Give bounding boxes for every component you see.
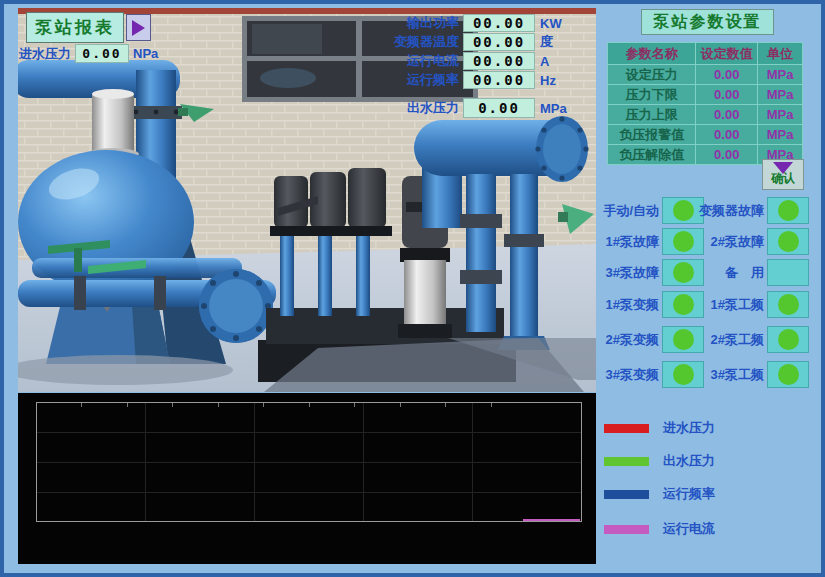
param-unit: MPa [758, 125, 803, 145]
inlet-pressure-unit: NPa [133, 46, 158, 61]
reading-label: 输出功率 [349, 14, 459, 32]
led-icon [778, 231, 799, 252]
indicator-pump3-mains: 3#泵工频 [690, 361, 809, 388]
outlet-pressure-unit: MPa [540, 101, 567, 116]
reading-unit: KW [540, 16, 562, 31]
indicator-label: 3#泵工频 [690, 366, 764, 384]
reading-label: 运行频率 [349, 71, 459, 89]
settings-row: 压力上限 0.00 MPa [608, 105, 803, 125]
reading-unit: A [540, 54, 549, 69]
indicator-label: 2#泵变频 [599, 331, 659, 349]
legend-color-bar [604, 490, 649, 499]
reading-unit: 度 [540, 33, 553, 51]
led-icon [778, 200, 799, 221]
col-unit: 单位 [758, 43, 803, 65]
hmi-root: 泵站报表 进水压力 0.00 NPa 输出功率 00.00 KW 变频器温度 0… [0, 0, 825, 577]
indicator-pump2-vfd: 2#泵变频 [599, 326, 704, 353]
indicator-label: 1#泵工频 [690, 296, 764, 314]
indicator-spare: 备 用 [690, 259, 809, 286]
reading-value: 00.00 [463, 33, 535, 51]
indicator-pump1-vfd: 1#泵变频 [599, 291, 704, 318]
settings-row: 压力下限 0.00 MPa [608, 85, 803, 105]
param-name: 压力下限 [608, 85, 696, 105]
col-set-value: 设定数值 [696, 43, 758, 65]
param-name: 负压报警值 [608, 125, 696, 145]
indicator-pump1-mains: 1#泵工频 [690, 291, 809, 318]
indicator-label: 3#泵故障 [599, 264, 659, 282]
report-nav-button[interactable] [126, 14, 151, 41]
indicator-ledbox [767, 197, 809, 224]
inlet-pressure-value: 0.00 [75, 44, 129, 63]
legend-run-current: 运行电流 [604, 520, 715, 538]
indicator-label: 1#泵变频 [599, 296, 659, 314]
led-icon [778, 364, 799, 385]
indicator-ledbox [767, 259, 809, 286]
reading-value: 00.00 [463, 52, 535, 70]
indicator-pump3-fault: 3#泵故障 [599, 259, 704, 286]
indicator-ledbox [767, 291, 809, 318]
outlet-pressure-value: 0.00 [463, 98, 535, 118]
indicator-pump2-mains: 2#泵工频 [690, 326, 809, 353]
confirm-button-label: 确认 [771, 170, 795, 187]
param-unit: MPa [758, 85, 803, 105]
indicator-label: 2#泵故障 [690, 233, 764, 251]
indicator-vfd-fault: 变频器故障 [690, 197, 809, 224]
legend-outlet-pressure: 出水压力 [604, 452, 715, 470]
reading-unit: Hz [540, 73, 556, 88]
reading-value: 00.00 [463, 71, 535, 89]
report-button-group: 泵站报表 [26, 12, 151, 43]
settings-header-row: 参数名称 设定数值 单位 [608, 43, 803, 65]
settings-row: 设定压力 0.00 MPa [608, 65, 803, 85]
param-unit: MPa [758, 105, 803, 125]
indicator-label: 备 用 [690, 264, 764, 282]
indicator-pump3-vfd: 3#泵变频 [599, 361, 704, 388]
indicator-label: 2#泵工频 [690, 331, 764, 349]
settings-row: 负压报警值 0.00 MPa [608, 125, 803, 145]
settings-table: 参数名称 设定数值 单位 设定压力 0.00 MPa 压力下限 0.00 MPa… [607, 42, 803, 165]
param-name: 压力上限 [608, 105, 696, 125]
legend-label: 运行电流 [663, 520, 715, 538]
confirm-button[interactable]: 确认 [762, 159, 804, 190]
legend-label: 进水压力 [663, 419, 715, 437]
indicator-ledbox [767, 361, 809, 388]
legend-color-bar [604, 457, 649, 466]
settings-panel-title: 泵站参数设置 [641, 9, 774, 35]
trend-plot-area [36, 402, 582, 522]
current-trace-line [523, 519, 580, 521]
param-value-input[interactable]: 0.00 [696, 125, 758, 145]
indicator-pump2-fault: 2#泵故障 [690, 228, 809, 255]
indicator-label: 3#泵变频 [599, 366, 659, 384]
legend-inlet-pressure: 进水压力 [604, 419, 715, 437]
report-button[interactable]: 泵站报表 [26, 12, 124, 43]
reading-row: 变频器温度 00.00 度 [349, 33, 553, 51]
indicator-label: 手动/自动 [599, 202, 659, 220]
legend-color-bar [604, 525, 649, 534]
param-value-input[interactable]: 0.00 [696, 105, 758, 125]
reading-row: 运行电流 00.00 A [349, 52, 549, 70]
outlet-pressure-label: 出水压力 [349, 99, 459, 117]
play-arrow-icon [132, 20, 145, 36]
param-value-input[interactable]: 0.00 [696, 145, 758, 165]
param-unit: MPa [758, 65, 803, 85]
legend-label: 出水压力 [663, 452, 715, 470]
led-icon [778, 329, 799, 350]
param-name: 负压解除值 [608, 145, 696, 165]
col-param-name: 参数名称 [608, 43, 696, 65]
indicator-label: 变频器故障 [690, 202, 764, 220]
indicator-label: 1#泵故障 [599, 233, 659, 251]
param-name: 设定压力 [608, 65, 696, 85]
legend-label: 运行频率 [663, 485, 715, 503]
led-icon [778, 294, 799, 315]
indicator-ledbox [767, 326, 809, 353]
param-value-input[interactable]: 0.00 [696, 85, 758, 105]
indicator-ledbox [767, 228, 809, 255]
reading-label: 运行电流 [349, 52, 459, 70]
trend-chart [18, 393, 596, 564]
reading-row: 运行频率 00.00 Hz [349, 71, 556, 89]
indicator-manual-auto: 手动/自动 [599, 197, 704, 224]
legend-color-bar [604, 424, 649, 433]
reading-row: 输出功率 00.00 KW [349, 14, 562, 32]
reading-value: 00.00 [463, 14, 535, 32]
legend-run-frequency: 运行频率 [604, 485, 715, 503]
param-value-input[interactable]: 0.00 [696, 65, 758, 85]
